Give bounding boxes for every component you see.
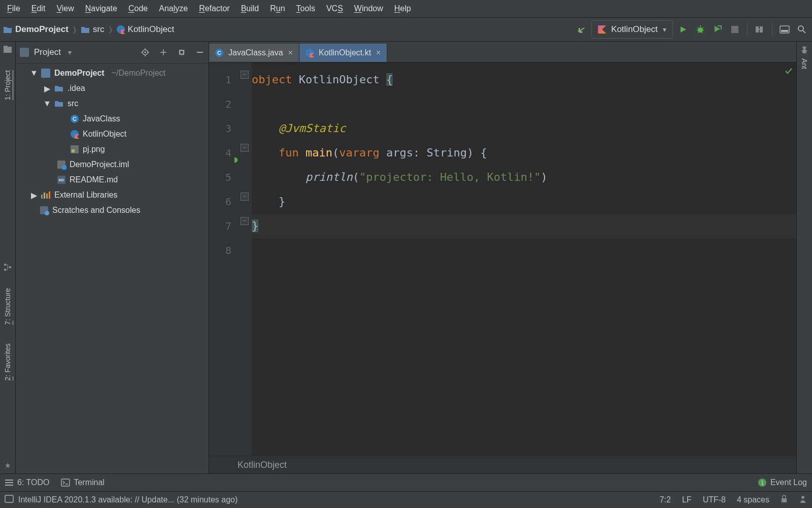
markdown-file-icon [57,176,65,184]
file-encoding[interactable]: UTF-8 [703,495,726,504]
toolwindow-tab-favorites[interactable]: 2: Favorites [4,341,12,383]
fold-marker-icon[interactable]: − [241,217,249,225]
settings-icon[interactable] [177,48,186,57]
hide-icon[interactable] [195,48,205,57]
kotlin-file-icon [117,25,125,34]
status-message[interactable]: IntelliJ IDEA 2020.1.3 available: // Upd… [18,495,238,504]
line-number[interactable]: 4 [209,141,238,165]
menu-navigate[interactable]: Navigate [80,2,122,15]
editor-breadcrumbs[interactable]: KotlinObject [209,456,796,473]
menu-window[interactable]: Window [349,2,388,15]
dropdown-icon[interactable]: ▾ [68,48,72,56]
code-text[interactable]: object KotlinObject { @JvmStatic fun mai… [252,62,796,238]
editor-tabs: JavaClass.java×KotlinObject.kt× [209,42,796,62]
close-icon[interactable]: × [288,48,293,57]
close-icon[interactable]: × [376,48,381,57]
toolwindow-tab-structure[interactable]: 7: Structure [4,286,12,327]
ide-settings-icon[interactable] [777,22,792,37]
menu-build[interactable]: Build [236,2,264,15]
menu-help[interactable]: Help [389,2,416,15]
menu-view[interactable]: View [51,2,79,15]
toolwindow-tab-ant[interactable]: Ant [800,56,808,71]
tree-file-java[interactable]: JavaClass [16,111,209,126]
svg-rect-16 [61,479,70,486]
project-toolwindow-icon[interactable] [3,45,12,54]
menu-edit[interactable]: Edit [26,2,51,15]
kotlin-class-icon [71,130,79,138]
toolwindow-tab-eventlog[interactable]: Event Log [770,478,807,487]
toolwindow-tab-terminal[interactable]: Terminal [61,478,104,487]
status-icon[interactable] [5,495,13,504]
structure-toolwindow-icon[interactable] [3,263,12,272]
line-number[interactable]: 3 [209,116,238,141]
tree-file-readme[interactable]: README.md [16,172,209,187]
nav-toolbar: DemoProject ❭ src ❭ KotlinObject KotlinO… [0,18,812,42]
menu-refactor[interactable]: Refactor [194,2,234,15]
tree-file-iml[interactable]: DemoProject.iml [16,157,209,172]
svg-rect-1 [731,26,738,33]
tree-src[interactable]: ▼ src [16,96,209,111]
editor-tab[interactable]: JavaClass.java× [209,44,299,62]
menu-run[interactable]: Run [265,2,290,15]
fold-marker-icon[interactable]: − [241,193,249,201]
fold-marker-icon[interactable]: − [241,71,249,79]
tree-scratches[interactable]: Scratches and Consoles [16,203,209,218]
breadcrumb-file[interactable]: KotlinObject [128,24,175,35]
line-number[interactable]: 7 [209,214,238,238]
menu-tools[interactable]: Tools [291,2,320,15]
line-number[interactable]: 5 [209,165,238,189]
editor-tab[interactable]: KotlinObject.kt× [299,44,388,62]
svg-point-13 [145,52,146,53]
run-config-selector[interactable]: KotlinObject ▾ [591,20,673,39]
tab-label: KotlinObject.kt [319,48,371,57]
toolwindow-tab-todo[interactable]: 6: TODO [5,478,49,487]
line-number[interactable]: 6 [209,189,238,214]
line-number[interactable]: 8 [209,238,238,263]
menu-vcs[interactable]: VCS [321,2,348,15]
expand-arrow-icon[interactable]: ▶ [44,84,50,93]
caret-position[interactable]: 7:2 [660,495,671,504]
svg-rect-18 [782,498,787,502]
tree-file-png[interactable]: pj.png [16,142,209,157]
gutter-line-numbers: 12345678 [209,62,238,456]
svg-rect-11 [9,266,11,268]
breadcrumb-src[interactable]: src [93,24,105,35]
line-number[interactable]: 2 [209,92,238,116]
editor-column: JavaClass.java×KotlinObject.kt× 12345678… [209,42,796,473]
inspection-profile-icon[interactable] [799,495,807,505]
stop-button[interactable] [728,22,742,37]
fold-marker-icon[interactable]: − [241,144,249,152]
line-separator[interactable]: LF [682,495,692,504]
tree-root[interactable]: ▼ DemoProject ~/DemoProject [16,66,209,81]
favorites-icon[interactable]: ★ [5,461,11,469]
indent-setting[interactable]: 4 spaces [737,495,769,504]
menu-analyze[interactable]: Analyze [154,2,193,15]
tree-idea[interactable]: ▶ .idea [16,81,209,96]
debug-button[interactable] [693,22,707,37]
menu-code[interactable]: Code [123,2,153,15]
menu-file[interactable]: File [2,2,25,15]
editor-breadcrumb-item[interactable]: KotlinObject [238,460,287,470]
coverage-button[interactable] [710,22,725,37]
body: 1: Project 7: Structure 2: Favorites ★ P… [0,42,812,473]
run-button[interactable] [676,22,690,37]
locate-icon[interactable] [141,48,150,57]
expand-arrow-icon[interactable]: ▶ [31,190,37,200]
expand-arrow-icon[interactable]: ▼ [31,69,37,78]
code-area[interactable]: object KotlinObject { @JvmStatic fun mai… [252,62,796,456]
toolwindow-tab-project[interactable]: 1: Project [4,68,12,102]
line-number[interactable]: 1 [209,68,238,92]
ant-icon[interactable] [800,46,808,56]
project-tree[interactable]: ▼ DemoProject ~/DemoProject ▶ .idea ▼ sr… [16,64,209,473]
search-everywhere-button[interactable] [795,22,809,37]
vcs-update-button[interactable] [753,22,767,37]
expand-arrow-icon[interactable]: ▼ [44,99,50,108]
build-button[interactable] [574,22,588,37]
readonly-lock-icon[interactable] [781,495,788,505]
tree-file-kotlin[interactable]: KotlinObject [16,126,209,142]
bottom-tool-buttons: 6: TODO Terminal 1 Event Log [0,473,812,491]
expand-all-icon[interactable] [159,48,168,57]
tree-external-libraries[interactable]: ▶ External Libraries [16,187,209,203]
breadcrumb-project[interactable]: DemoProject [15,24,69,35]
inspection-ok-icon[interactable] [784,67,793,77]
